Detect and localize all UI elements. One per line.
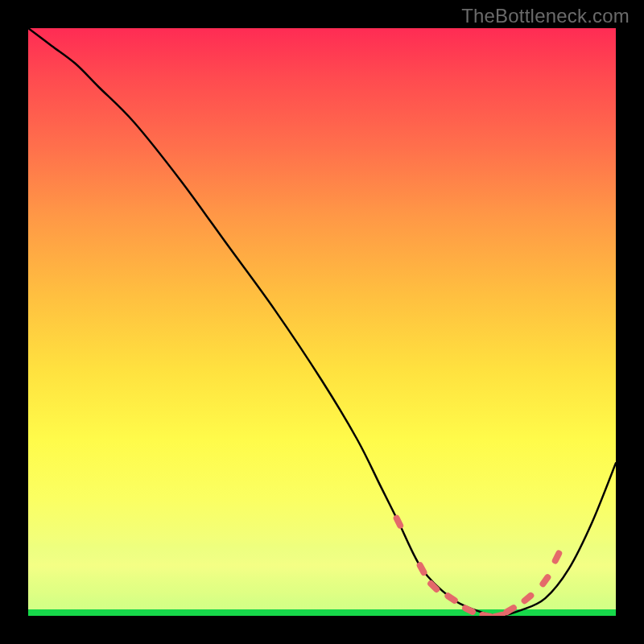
curve-marker <box>539 573 552 588</box>
bottleneck-curve-path <box>28 28 616 616</box>
curve-marker <box>392 514 404 530</box>
curve-marker <box>520 591 535 605</box>
curve-marker <box>461 604 477 616</box>
chart-frame: TheBottleneck.com <box>0 0 644 644</box>
curve-layer <box>28 28 616 616</box>
curve-marker <box>415 561 428 577</box>
credit-label: TheBottleneck.com <box>461 5 630 27</box>
marker-group <box>392 514 563 616</box>
curve-marker <box>551 549 563 565</box>
plot-area <box>28 28 616 616</box>
